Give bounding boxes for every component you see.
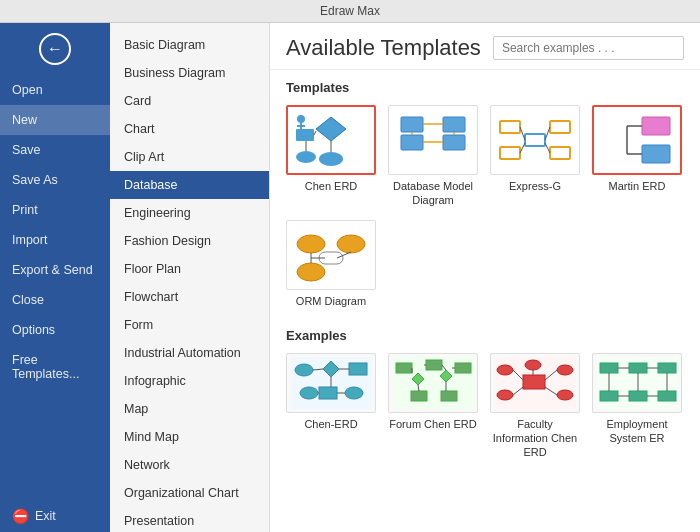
- svg-rect-79: [629, 363, 647, 373]
- example-label-forum-chen-erd: Forum Chen ERD: [389, 417, 476, 431]
- template-label-chen-erd: Chen ERD: [305, 179, 358, 193]
- svg-line-23: [520, 127, 525, 140]
- main-layout: ← Open New Save Save As Print Import Exp…: [0, 23, 700, 532]
- svg-rect-80: [658, 363, 676, 373]
- sidebar-item-print[interactable]: Print: [0, 195, 110, 225]
- example-faculty-info[interactable]: Faculty Information Chen ERD: [490, 353, 580, 460]
- templates-section-label: Templates: [270, 70, 700, 99]
- nav-item-industrial-automation[interactable]: Industrial Automation: [110, 339, 269, 367]
- page-title: Available Templates: [286, 35, 481, 61]
- template-database-model[interactable]: Database Model Diagram: [388, 105, 478, 208]
- sidebar: ← Open New Save Save As Print Import Exp…: [0, 23, 110, 532]
- nav-item-network[interactable]: Network: [110, 451, 269, 479]
- template-martin-erd[interactable]: Martin ERD: [592, 105, 682, 208]
- template-thumb-chen-erd: [286, 105, 376, 175]
- sidebar-item-free-templates[interactable]: Free Templates...: [0, 345, 110, 389]
- nav-item-presentation[interactable]: Presentation: [110, 507, 269, 532]
- nav-item-card[interactable]: Card: [110, 87, 269, 115]
- svg-point-44: [345, 387, 363, 399]
- svg-rect-13: [443, 135, 465, 150]
- svg-point-43: [300, 387, 318, 399]
- app-title: Edraw Max: [320, 4, 380, 18]
- template-orm[interactable]: ORM Diagram: [286, 220, 376, 308]
- sidebar-item-new[interactable]: New: [0, 105, 110, 135]
- svg-rect-66: [523, 375, 545, 389]
- middle-nav: Basic Diagram Business Diagram Card Char…: [110, 23, 270, 532]
- template-label-orm: ORM Diagram: [296, 294, 366, 308]
- svg-rect-27: [642, 117, 670, 135]
- nav-item-map[interactable]: Map: [110, 395, 269, 423]
- svg-rect-11: [401, 135, 423, 150]
- svg-point-71: [557, 390, 573, 400]
- sidebar-item-options[interactable]: Options: [0, 315, 110, 345]
- svg-rect-12: [443, 117, 465, 132]
- nav-item-organizational-chart[interactable]: Organizational Chart: [110, 479, 269, 507]
- svg-rect-18: [500, 121, 520, 133]
- nav-item-clip-art[interactable]: Clip Art: [110, 143, 269, 171]
- svg-point-40: [295, 364, 313, 376]
- template-label-express-g: Express-G: [509, 179, 561, 193]
- sidebar-item-import[interactable]: Import: [0, 225, 110, 255]
- examples-grid: Chen-ERD: [270, 347, 700, 470]
- svg-rect-54: [455, 363, 471, 373]
- example-thumb-chen-erd: [286, 353, 376, 413]
- example-chen-erd[interactable]: Chen-ERD: [286, 353, 376, 460]
- sidebar-item-open[interactable]: Open: [0, 75, 110, 105]
- nav-item-database[interactable]: Database: [110, 171, 269, 199]
- back-button[interactable]: ←: [0, 23, 110, 75]
- svg-rect-10: [401, 117, 423, 132]
- back-circle: ←: [39, 33, 71, 65]
- svg-rect-57: [411, 391, 427, 401]
- nav-item-business-diagram[interactable]: Business Diagram: [110, 59, 269, 87]
- svg-point-68: [557, 365, 573, 375]
- example-label-chen-erd: Chen-ERD: [304, 417, 357, 431]
- content-area: Available Templates Templates: [270, 23, 700, 532]
- nav-item-mind-map[interactable]: Mind Map: [110, 423, 269, 451]
- template-chen-erd[interactable]: Chen ERD: [286, 105, 376, 208]
- sidebar-item-export-send[interactable]: Export & Send: [0, 255, 110, 285]
- nav-item-infographic[interactable]: Infographic: [110, 367, 269, 395]
- template-express-g[interactable]: Express-G: [490, 105, 580, 208]
- svg-point-3: [296, 151, 316, 163]
- svg-rect-83: [658, 391, 676, 401]
- template-thumb-express-g: [490, 105, 580, 175]
- example-forum-chen-erd[interactable]: Forum Chen ERD: [388, 353, 478, 460]
- examples-section-label: Examples: [270, 318, 700, 347]
- svg-rect-19: [500, 147, 520, 159]
- example-thumb-faculty-info: [490, 353, 580, 413]
- svg-rect-78: [600, 363, 618, 373]
- sidebar-item-save-as[interactable]: Save As: [0, 165, 110, 195]
- example-label-faculty-info: Faculty Information Chen ERD: [490, 417, 580, 460]
- nav-item-basic-diagram[interactable]: Basic Diagram: [110, 31, 269, 59]
- nav-item-flowchart[interactable]: Flowchart: [110, 283, 269, 311]
- example-thumb-employment-sys: [592, 353, 682, 413]
- svg-point-7: [297, 115, 305, 123]
- template-thumb-martin-erd: [592, 105, 682, 175]
- template-label-database-model: Database Model Diagram: [388, 179, 478, 208]
- nav-item-form[interactable]: Form: [110, 311, 269, 339]
- nav-item-chart[interactable]: Chart: [110, 115, 269, 143]
- template-label-martin-erd: Martin ERD: [609, 179, 666, 193]
- sidebar-item-close[interactable]: Close: [0, 285, 110, 315]
- sidebar-item-exit[interactable]: ⛔ Exit: [0, 500, 110, 532]
- example-employment-sys[interactable]: Employment System ER: [592, 353, 682, 460]
- search-input[interactable]: [493, 36, 684, 60]
- nav-item-floor-plan[interactable]: Floor Plan: [110, 255, 269, 283]
- svg-rect-42: [349, 363, 367, 375]
- svg-rect-21: [550, 147, 570, 159]
- svg-marker-1: [316, 117, 346, 141]
- templates-grid: Chen ERD Database Model Di: [270, 99, 700, 318]
- sidebar-item-save[interactable]: Save: [0, 135, 110, 165]
- svg-rect-0: [296, 129, 314, 141]
- svg-rect-28: [642, 145, 670, 163]
- svg-point-70: [525, 360, 541, 370]
- nav-item-fashion-design[interactable]: Fashion Design: [110, 227, 269, 255]
- nav-item-engineering[interactable]: Engineering: [110, 199, 269, 227]
- svg-rect-81: [600, 391, 618, 401]
- title-bar: Edraw Max: [0, 0, 700, 23]
- svg-line-4: [314, 131, 316, 135]
- svg-rect-20: [550, 121, 570, 133]
- svg-point-69: [497, 390, 513, 400]
- svg-rect-45: [319, 387, 337, 399]
- svg-point-2: [319, 152, 343, 166]
